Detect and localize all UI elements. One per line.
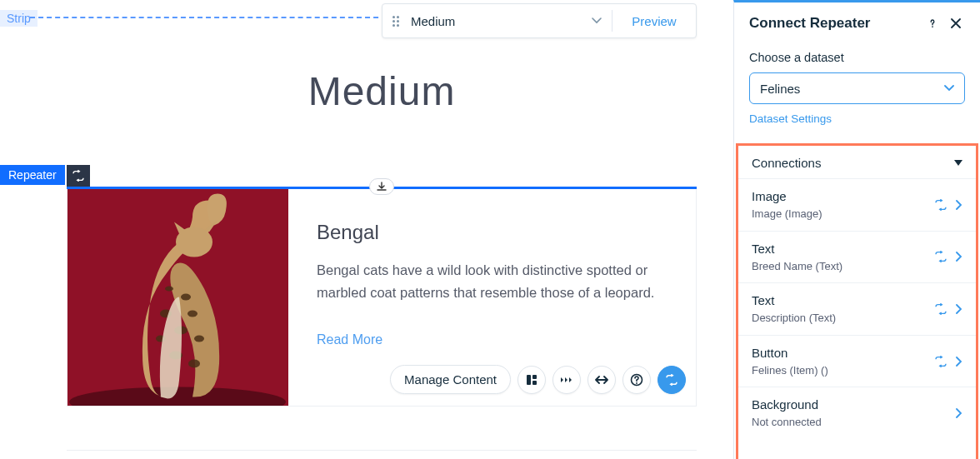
chevron-right-icon	[956, 408, 962, 418]
connection-title: Background	[752, 397, 956, 412]
connection-icons	[934, 251, 962, 262]
connection-item[interactable]: TextBreed Name (Text)	[738, 231, 976, 283]
connection-icons	[956, 408, 962, 418]
layout-icon[interactable]	[518, 366, 546, 394]
svg-rect-14	[532, 381, 537, 385]
caret-down-icon	[954, 160, 962, 166]
connections-header[interactable]: Connections	[738, 146, 976, 178]
connection-item[interactable]: ButtonFelines (Item) ()	[738, 335, 976, 387]
strip-tag-label: Strip	[7, 12, 31, 25]
connection-text: BackgroundNot connected	[752, 397, 956, 429]
element-action-row: Manage Content	[390, 365, 686, 394]
card-body: Bengal Bengal cats have a wild look with…	[288, 189, 696, 406]
connection-title: Button	[752, 346, 934, 361]
next-item-hint	[67, 450, 697, 451]
connection-sub: Image (Image)	[752, 207, 934, 221]
editor-canvas: Strip Medium Repeater	[0, 0, 733, 459]
breakpoint-toolbar: Medium Preview	[382, 3, 697, 38]
panel-header: Connect Repeater	[734, 2, 980, 46]
chevron-right-icon	[956, 200, 962, 210]
repeater-tag[interactable]: Repeater	[0, 165, 65, 185]
help-icon[interactable]	[622, 366, 651, 394]
repeater-item[interactable]: Bengal Bengal cats have a wild look with…	[67, 189, 697, 407]
preview-button[interactable]: Preview	[612, 14, 696, 28]
strip-tag[interactable]: Strip	[0, 10, 38, 27]
page-title: Medium	[67, 68, 697, 114]
svg-rect-12	[527, 375, 531, 385]
connection-sub: Breed Name (Text)	[752, 260, 934, 273]
svg-rect-13	[532, 375, 537, 379]
connected-icon	[934, 199, 948, 211]
chevron-right-icon	[956, 304, 962, 314]
breakpoint-label[interactable]: Medium	[409, 14, 582, 28]
card-image[interactable]	[68, 189, 288, 406]
repeater-connect-icon[interactable]	[67, 165, 90, 187]
svg-point-16	[636, 382, 638, 384]
manage-content-button[interactable]: Manage Content	[390, 365, 511, 394]
stretch-icon[interactable]	[588, 366, 616, 394]
connected-icon	[934, 303, 948, 315]
panel-help-icon[interactable]	[923, 14, 942, 32]
connections-header-label: Connections	[752, 156, 821, 170]
connection-text: ButtonFelines (Item) ()	[752, 346, 934, 377]
chevron-right-icon	[956, 252, 962, 262]
connection-text: TextDescription (Text)	[752, 293, 934, 325]
svg-point-10	[194, 336, 204, 342]
repeater[interactable]: Bengal Bengal cats have a wild look with…	[67, 187, 697, 407]
animation-icon[interactable]	[552, 366, 581, 394]
dataset-select[interactable]: Felines	[749, 72, 965, 104]
connection-item[interactable]: TextDescription (Text)	[738, 282, 976, 335]
connection-icons	[934, 199, 962, 211]
repeater-tag-label: Repeater	[8, 168, 57, 182]
connection-item[interactable]: ImageImage (Image)	[738, 178, 976, 231]
connected-icon	[934, 251, 948, 262]
card-title: Bengal	[317, 221, 668, 244]
drag-handle-icon[interactable]	[382, 4, 409, 37]
connection-sub: Felines (Item) ()	[752, 364, 934, 377]
svg-point-9	[181, 294, 191, 301]
connection-icons	[934, 303, 962, 315]
connection-title: Text	[752, 242, 934, 257]
connection-text: TextBreed Name (Text)	[752, 242, 934, 273]
connections-section: Connections ImageImage (Image)TextBreed …	[736, 143, 978, 459]
dataset-label: Choose a dataset	[749, 51, 965, 64]
chevron-right-icon	[956, 357, 962, 367]
connection-title: Image	[752, 189, 934, 204]
connection-item[interactable]: BackgroundNot connected	[738, 387, 976, 439]
card-description: Bengal cats have a wild look with distin…	[317, 259, 658, 304]
dataset-block: Choose a dataset Felines Dataset Setting…	[734, 46, 980, 135]
read-more-link[interactable]: Read More	[317, 332, 668, 347]
connection-title: Text	[752, 293, 934, 308]
svg-point-5	[188, 311, 198, 317]
svg-point-11	[165, 287, 173, 292]
panel-close-icon[interactable]	[947, 14, 965, 32]
svg-point-17	[932, 26, 933, 27]
data-connect-icon[interactable]	[658, 366, 686, 394]
panel-title: Connect Repeater	[749, 15, 918, 32]
page-content: Medium	[67, 38, 697, 149]
breakpoint-chevron-icon[interactable]	[582, 17, 612, 24]
connections-list: ImageImage (Image)TextBreed Name (Text)T…	[738, 178, 976, 459]
chevron-down-icon	[944, 85, 954, 92]
connected-icon	[934, 356, 948, 367]
dataset-select-value: Felines	[760, 82, 800, 96]
connection-sub: Description (Text)	[752, 312, 934, 325]
connection-icons	[934, 356, 962, 367]
connection-sub: Not connected	[752, 416, 956, 429]
connect-panel: Connect Repeater Choose a dataset Feline…	[733, 0, 980, 459]
dataset-settings-link[interactable]: Dataset Settings	[749, 112, 965, 125]
svg-point-7	[188, 360, 200, 368]
connection-text: ImageImage (Image)	[752, 189, 934, 221]
